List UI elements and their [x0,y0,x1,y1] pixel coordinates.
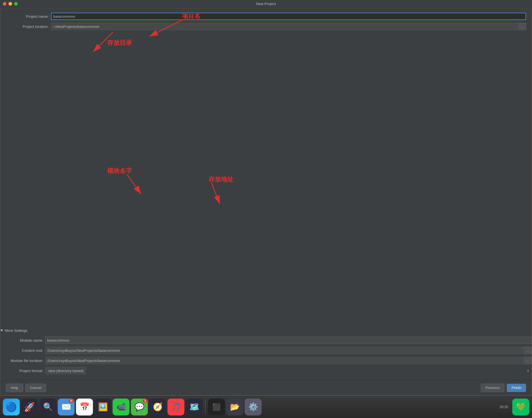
dock-mail[interactable]: ✉️ 9! [58,399,75,415]
minimize-button[interactable] [8,2,12,6]
module-name-label: Module name: [0,338,45,343]
content-root-label: Content root: [0,348,45,353]
footer-left: Help Cancel [6,384,46,392]
project-name-label: Project name: [6,14,51,19]
more-settings-section: More Settings Module name: Content root:… [0,327,532,377]
project-location-value: ~/IdeaProjects/basecommon [51,23,518,30]
module-file-location-value: /Users/xxydliuyss/IdeaProjects/basecommo… [45,357,523,364]
finish-button[interactable]: Finish [507,384,526,392]
dock-terminal[interactable]: ⬛ [208,399,225,415]
more-settings-body: Module name: Content root: /Users/xxydli… [0,337,532,374]
svg-line-10 [211,183,220,204]
content-root-value: /Users/xxydliuyss/IdeaProjects/basecommo… [45,347,523,354]
project-format-row: Project format: .idea (directory based) [0,367,532,374]
window-controls [3,2,18,6]
expand-icon [0,330,3,332]
dock-finder[interactable]: 🔵 [3,399,20,415]
project-format-label: Project format: [0,369,45,373]
dock-divider [205,400,205,414]
dialog-body: Project name: Project location: ~/IdeaPr… [0,8,532,380]
new-project-dialog: Project name: Project location: ~/IdeaPr… [0,8,532,395]
content-root-browse[interactable]: ... [524,347,532,354]
more-settings-toggle[interactable]: More Settings [0,327,532,334]
dock-time: 20:20 [500,405,511,409]
module-name-arrow-svg: 模块名字 [85,166,183,200]
content-root-arrow-svg: 存放地址 [155,174,262,208]
cancel-button[interactable]: Cancel [25,384,46,392]
close-button[interactable] [3,2,6,6]
project-location-row: Project location: ~/IdeaProjects/basecom… [6,23,526,30]
project-format-wrapper: .idea (directory based) [45,367,532,374]
svg-text:存放地址: 存放地址 [208,176,234,183]
project-name-row: Project name: [6,13,526,20]
project-format-select[interactable]: .idea (directory based) [45,367,86,374]
maximize-button[interactable] [14,2,18,6]
dock-photos[interactable]: 🖼️ [94,399,111,415]
module-name-row: Module name: [0,337,532,344]
taskbar: 🔵 🚀 🔍 ✉️ 9! 📅 🖼️ 📹 💬 3 🧭 🎵 🗺️ ⬛ [0,395,532,418]
project-name-input[interactable] [51,13,526,20]
module-file-location-browse[interactable]: ... [524,357,532,364]
dock-system[interactable]: ⚙️ [245,399,261,415]
dock-downloads[interactable]: 📂 [226,399,243,415]
svg-text:存放目录: 存放目录 [107,39,132,46]
svg-line-7 [127,174,141,194]
dock-wechat[interactable]: 💚 [512,399,529,415]
window-title: New Project [256,2,276,6]
dock-spotlight[interactable]: 🔍 [39,399,56,415]
title-bar: New Project [0,0,532,8]
project-location-label: Project location: [6,25,51,29]
dock-calendar[interactable]: 📅 [76,399,93,415]
previous-button[interactable]: Previous [481,384,505,392]
dock-launchpad[interactable]: 🚀 [21,399,38,415]
dock-music[interactable]: 🎵 [167,399,184,415]
module-file-location-row: Module file location: /Users/xxydliuyss/… [0,357,532,364]
module-name-input[interactable] [45,337,532,344]
dock-maps[interactable]: 🗺️ [186,399,203,415]
dialog-footer: Help Cancel Previous Finish [0,380,532,395]
dock-messages[interactable]: 💬 3 [131,399,148,415]
module-file-location-label: Module file location: [0,359,45,363]
more-settings-label: More Settings [5,328,27,333]
dock-safari[interactable]: 🧭 [149,399,166,415]
project-location-browse[interactable]: ... [518,23,526,30]
help-button[interactable]: Help [6,384,23,392]
svg-line-4 [93,32,113,52]
content-root-row: Content root: /Users/xxydliuyss/IdeaProj… [0,347,532,354]
footer-right: Previous Finish [481,384,526,392]
dock-facetime[interactable]: 📹 [113,399,129,415]
svg-text:模块名字: 模块名字 [107,167,132,174]
